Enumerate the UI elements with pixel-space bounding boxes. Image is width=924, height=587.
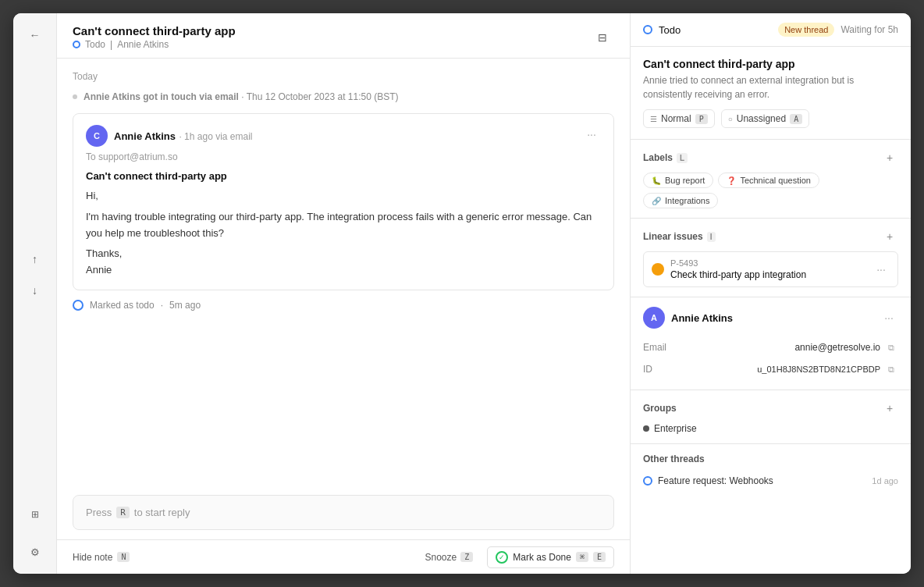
- priority-shortcut: P: [695, 114, 708, 124]
- header-author: Annie Atkins: [117, 39, 169, 50]
- group-item-enterprise: Enterprise: [643, 423, 898, 434]
- mark-done-button[interactable]: ✓ Mark as Done ⌘ E: [487, 546, 614, 568]
- svg-point-0: [656, 267, 660, 272]
- rp-ticket-title: Can't connect third-party app: [643, 58, 898, 70]
- toolbar-left: Hide note N: [73, 552, 130, 563]
- email-value-text: annie@getresolve.io: [794, 342, 880, 353]
- down-icon: ↓: [32, 284, 37, 297]
- app-window: ← ↑ ↓ ⊞ ⚙ Can't connect third-party app: [13, 13, 911, 574]
- date-label: Today: [73, 71, 614, 82]
- add-group-button[interactable]: +: [881, 400, 898, 417]
- mark-done-shortcut-1: ⌘: [576, 552, 588, 562]
- copy-id-button[interactable]: ⧉: [884, 362, 898, 376]
- labels-header-text: Labels: [643, 152, 673, 163]
- assignee-icon: ○: [728, 115, 733, 123]
- add-label-button[interactable]: +: [881, 149, 898, 166]
- rp-groups-section: Groups + Enterprise: [631, 390, 911, 444]
- header-separator: |: [110, 39, 112, 50]
- id-value-text: u_01H8J8NS2BTD8N21CPBDP: [757, 365, 880, 374]
- rp-meta-row: ☰ Normal P ○ Unassigned A: [643, 109, 898, 128]
- assignee-pill[interactable]: ○ Unassigned A: [721, 109, 809, 128]
- check-icon: ✓: [496, 551, 508, 564]
- rp-top: Todo New thread Waiting for 5h: [631, 13, 911, 47]
- assignee-label: Unassigned: [737, 113, 786, 124]
- copy-email-button[interactable]: ⧉: [884, 340, 898, 354]
- header-status: Todo: [85, 39, 105, 50]
- reply-shortcut: R: [116, 507, 130, 518]
- back-button[interactable]: ←: [23, 23, 48, 48]
- marked-row: Marked as todo · 5m ago: [73, 300, 614, 311]
- conversation-header: Can't connect third-party app Todo | Ann…: [57, 13, 630, 59]
- activity-dot: [73, 94, 77, 99]
- hide-note-shortcut: N: [117, 552, 130, 562]
- other-thread-item[interactable]: Feature request: Webhooks 1d ago: [643, 471, 898, 491]
- conversation-title: Can't connect third-party app: [73, 24, 236, 37]
- back-icon: ←: [30, 29, 41, 41]
- labels-shortcut: L: [677, 153, 688, 163]
- settings-button[interactable]: ⚙: [23, 539, 48, 564]
- layout-icon: ⊞: [31, 509, 39, 520]
- linear-header: Linear issues I: [643, 231, 716, 242]
- other-thread-name: Feature request: Webhooks: [658, 475, 773, 486]
- snooze-button[interactable]: Snooze Z: [419, 549, 480, 566]
- other-thread-time: 1d ago: [872, 476, 898, 486]
- new-thread-badge: New thread: [778, 23, 834, 37]
- message-card: C Annie Atkins · 1h ago via email ··· To…: [73, 113, 614, 290]
- author-info: Annie Atkins · 1h ago via email: [114, 129, 253, 143]
- linear-issue-id: P-5493: [670, 258, 866, 268]
- rp-labels-section: Labels L + 🐛 Bug report ❓ Technical ques…: [631, 140, 911, 219]
- linear-header-text: Linear issues: [643, 231, 703, 242]
- reply-box[interactable]: Press R to start reply: [73, 495, 614, 530]
- technical-question-label: Technical question: [740, 176, 811, 185]
- status-dot: [73, 41, 80, 48]
- label-technical-question[interactable]: ❓ Technical question: [718, 173, 819, 188]
- author-name: Annie Atkins: [114, 130, 176, 142]
- email-field-value: annie@getresolve.io ⧉: [794, 340, 898, 354]
- other-threads-header-row: Other threads: [643, 454, 898, 464]
- linear-header-row: Linear issues I +: [643, 228, 898, 245]
- other-thread-status-dot: [643, 476, 652, 486]
- labels-row: 🐛 Bug report ❓ Technical question 🔗 Inte…: [643, 173, 898, 208]
- linear-issue-name: Check third-party app integration: [670, 269, 866, 280]
- linear-issue-card[interactable]: P-5493 Check third-party app integration…: [643, 251, 898, 287]
- up-icon: ↑: [32, 253, 37, 265]
- add-linear-button[interactable]: +: [881, 228, 898, 245]
- layout-toggle-icon: ⊟: [598, 31, 607, 44]
- wait-time: Waiting for 5h: [840, 24, 898, 35]
- main-content: Can't connect third-party app Todo | Ann…: [57, 13, 630, 574]
- bug-icon: 🐛: [652, 176, 661, 185]
- activity-timestamp: Thu 12 October 2023 at 11:50 (BST): [247, 91, 399, 102]
- avatar: C: [86, 125, 108, 147]
- priority-pill[interactable]: ☰ Normal P: [643, 109, 715, 128]
- label-integrations[interactable]: 🔗 Integrations: [643, 193, 718, 208]
- author-meta: · 1h ago via email: [179, 131, 252, 142]
- groups-header-row: Groups +: [643, 400, 898, 417]
- body-line-3: Thanks,: [86, 246, 601, 262]
- header-left: Can't connect third-party app Todo | Ann…: [73, 24, 236, 50]
- hide-note-label: Hide note: [73, 552, 112, 563]
- priority-icon: ☰: [650, 115, 657, 123]
- contact-more-button[interactable]: ···: [880, 308, 898, 327]
- body-line-2: I'm having trouble integrating our third…: [86, 209, 601, 242]
- layout-button[interactable]: ⊞: [23, 502, 48, 527]
- linear-shortcut: I: [707, 232, 716, 242]
- layout-toggle-button[interactable]: ⊟: [591, 26, 614, 49]
- linear-more-button[interactable]: ···: [872, 261, 890, 278]
- rp-linear-section: Linear issues I + P-5493 Check third-par…: [631, 219, 911, 297]
- group-dot: [643, 425, 649, 432]
- priority-label: Normal: [661, 113, 691, 124]
- message-to: To support@atrium.so: [86, 151, 601, 162]
- id-field-value: u_01H8J8NS2BTD8N21CPBDP ⧉: [757, 362, 898, 376]
- scroll-up-button[interactable]: ↑: [23, 247, 48, 272]
- marked-time: 5m ago: [169, 300, 201, 311]
- mark-done-label: Mark as Done: [513, 552, 571, 563]
- scroll-down-button[interactable]: ↓: [23, 278, 48, 303]
- labels-header: Labels L: [643, 152, 688, 163]
- reply-post-text: to start reply: [134, 507, 190, 518]
- contact-info-row: A Annie Atkins: [643, 307, 733, 329]
- header-right: ⊟: [591, 26, 614, 49]
- todo-status-dot: [73, 300, 84, 311]
- message-more-button[interactable]: ···: [582, 125, 601, 144]
- label-bug-report[interactable]: 🐛 Bug report: [643, 173, 713, 188]
- marked-separator: ·: [161, 300, 163, 311]
